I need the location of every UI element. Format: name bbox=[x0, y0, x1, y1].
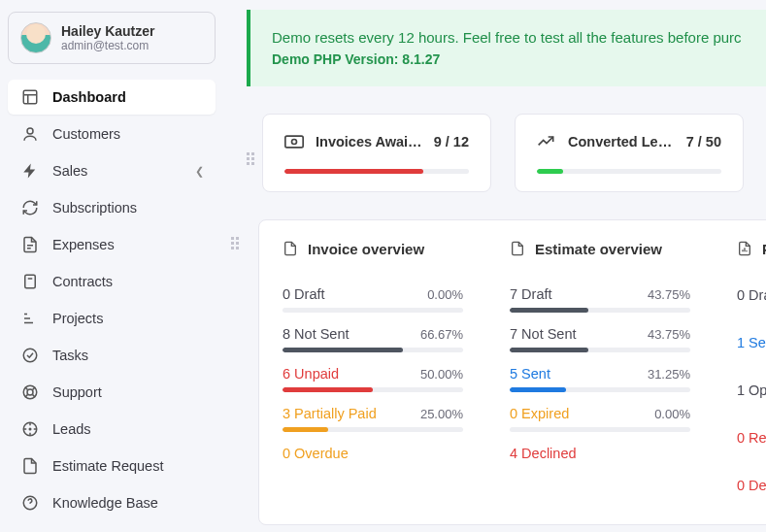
refresh-icon bbox=[21, 199, 39, 216]
overview-row[interactable]: 0 Draft0.00% bbox=[283, 286, 463, 313]
drag-handle-icon[interactable] bbox=[247, 114, 254, 192]
target-icon bbox=[21, 420, 39, 438]
overview-row[interactable]: 7 Draft43.75% bbox=[510, 286, 690, 313]
bolt-icon bbox=[21, 162, 39, 180]
overview-pct: 0.00% bbox=[427, 287, 463, 302]
file-icon bbox=[283, 240, 298, 257]
nav-label: Subscriptions bbox=[52, 200, 137, 216]
svg-point-7 bbox=[29, 428, 31, 430]
help-icon bbox=[21, 494, 39, 512]
svg-point-3 bbox=[23, 349, 37, 362]
nav-tasks[interactable]: Tasks bbox=[8, 338, 216, 373]
overview-row[interactable]: 0 Draft bbox=[737, 286, 766, 304]
stat-count: 7 / 50 bbox=[686, 134, 721, 150]
overview-row[interactable]: 0 Overdue bbox=[283, 446, 463, 461]
nav-label: Tasks bbox=[52, 348, 88, 363]
svg-rect-0 bbox=[23, 90, 37, 104]
overview-label: 0 Draft bbox=[283, 286, 325, 302]
stat-invoices-awaiting[interactable]: Invoices Awaiting ... 9 / 12 bbox=[262, 114, 491, 192]
nav: Dashboard Customers Sales ❮ Subscription… bbox=[8, 80, 216, 520]
overview-row[interactable]: 0 Expired0.00% bbox=[510, 406, 690, 432]
nav-label: Contracts bbox=[52, 274, 113, 289]
svg-rect-2 bbox=[25, 275, 36, 288]
nav-support[interactable]: Support bbox=[8, 375, 216, 410]
avatar bbox=[20, 22, 51, 53]
money-icon bbox=[284, 135, 304, 149]
overview-row[interactable]: 1 Open bbox=[737, 382, 766, 399]
overview-title: Invoice overview bbox=[308, 241, 424, 257]
progress-bar bbox=[284, 169, 469, 174]
nav-label: Projects bbox=[52, 311, 103, 326]
overview-pct: 31.25% bbox=[648, 367, 690, 382]
overview-row[interactable]: 4 Declined bbox=[510, 446, 690, 461]
chart-file-icon bbox=[737, 240, 752, 257]
overview-label: 1 Sent bbox=[737, 335, 766, 350]
overview-label: 4 Declined bbox=[510, 446, 577, 461]
overview-title: Estimate overview bbox=[535, 241, 662, 257]
nav-customers[interactable]: Customers bbox=[8, 116, 216, 151]
chevron-right-icon: ❮ bbox=[195, 165, 204, 178]
overview-row[interactable]: 3 Partially Paid25.00% bbox=[283, 406, 463, 432]
overview-label: 0 Draft bbox=[737, 287, 766, 303]
dashboard-icon bbox=[21, 88, 39, 106]
overviews-card: Invoice overview 0 Draft0.00%8 Not Sent6… bbox=[258, 219, 766, 525]
overview-row[interactable]: 7 Not Sent43.75% bbox=[510, 326, 690, 352]
lifebuoy-icon bbox=[21, 383, 39, 401]
overview-row[interactable]: 0 Revise bbox=[737, 429, 766, 447]
nav-label: Expenses bbox=[52, 237, 115, 252]
nav-projects[interactable]: Projects bbox=[8, 301, 216, 336]
overview-label: 1 Open bbox=[737, 382, 766, 398]
overview-label: 6 Unpaid bbox=[283, 366, 339, 382]
stat-title: Converted Leads bbox=[568, 134, 675, 150]
invoice-overview: Invoice overview 0 Draft0.00%8 Not Sent6… bbox=[259, 240, 486, 524]
main: Demo resets every 12 hours. Feel free to… bbox=[223, 0, 766, 532]
user-card[interactable]: Hailey Kautzer admin@test.com bbox=[8, 12, 216, 64]
overview-row[interactable]: 8 Not Sent66.67% bbox=[283, 326, 463, 352]
trend-icon bbox=[537, 135, 556, 149]
nav-label: Estimate Request bbox=[52, 458, 163, 474]
overview-row[interactable]: 0 Declin bbox=[737, 477, 766, 494]
stat-count: 9 / 12 bbox=[434, 134, 469, 150]
overview-bar bbox=[510, 387, 690, 392]
overview-bar bbox=[283, 308, 463, 313]
overview-label: 7 Draft bbox=[510, 286, 552, 302]
document-icon bbox=[21, 273, 39, 290]
nav-label: Leads bbox=[52, 421, 91, 437]
nav-label: Dashboard bbox=[52, 89, 126, 105]
overview-label: 0 Overdue bbox=[283, 446, 349, 461]
overview-pct: 43.75% bbox=[648, 327, 690, 342]
nav-label: Customers bbox=[52, 126, 120, 142]
info-banner: Demo resets every 12 hours. Feel free to… bbox=[247, 10, 766, 86]
user-name: Hailey Kautzer bbox=[61, 23, 154, 39]
nav-expenses[interactable]: Expenses bbox=[8, 227, 216, 262]
stat-title: Invoices Awaiting ... bbox=[316, 134, 422, 150]
nav-estimate-request[interactable]: Estimate Request bbox=[8, 449, 216, 483]
nav-sales[interactable]: Sales ❮ bbox=[8, 153, 216, 188]
overview-bar bbox=[510, 427, 690, 432]
overview-label: 3 Partially Paid bbox=[283, 406, 377, 421]
proposal-overview: Pro 0 Draft1 Sent1 Open0 Revise0 Declin bbox=[714, 240, 766, 524]
overview-row[interactable]: 6 Unpaid50.00% bbox=[283, 366, 463, 392]
nav-contracts[interactable]: Contracts bbox=[8, 264, 216, 299]
user-icon bbox=[21, 125, 39, 143]
overview-bar bbox=[283, 387, 463, 392]
nav-subscriptions[interactable]: Subscriptions bbox=[8, 190, 216, 225]
overview-label: 8 Not Sent bbox=[283, 326, 350, 342]
overview-label: 0 Expired bbox=[510, 406, 569, 421]
drag-handle-icon[interactable] bbox=[231, 192, 239, 525]
list-icon bbox=[21, 310, 39, 327]
svg-rect-9 bbox=[285, 136, 303, 148]
overview-pct: 43.75% bbox=[648, 287, 690, 302]
nav-dashboard[interactable]: Dashboard bbox=[8, 80, 216, 115]
overview-title: Pro bbox=[762, 241, 766, 257]
overview-pct: 0.00% bbox=[654, 407, 690, 421]
overview-label: 0 Revise bbox=[737, 430, 766, 446]
nav-leads[interactable]: Leads bbox=[8, 412, 216, 447]
stat-converted-leads[interactable]: Converted Leads 7 / 50 bbox=[515, 114, 744, 192]
file-icon bbox=[21, 236, 39, 253]
nav-knowledge-base[interactable]: Knowledge Base bbox=[8, 485, 216, 520]
check-circle-icon bbox=[21, 347, 39, 364]
progress-bar bbox=[537, 169, 721, 174]
overview-row[interactable]: 5 Sent31.25% bbox=[510, 366, 690, 392]
overview-row[interactable]: 1 Sent bbox=[737, 334, 766, 351]
